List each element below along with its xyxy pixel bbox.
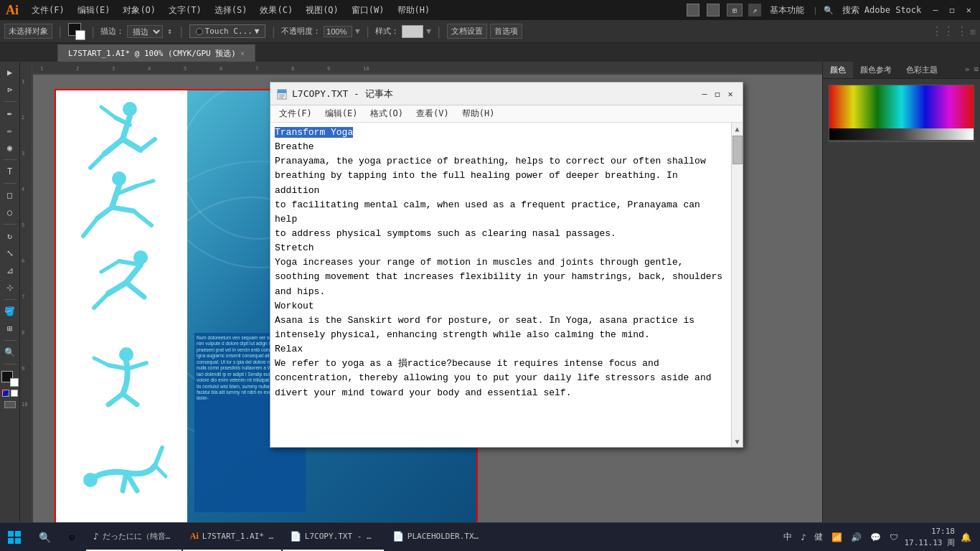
- color-mode-full[interactable]: [2, 390, 9, 397]
- notepad-menu-format[interactable]: 格式(O): [364, 106, 409, 121]
- tool-separator-2: [4, 159, 17, 160]
- taskbar-app-notepad2[interactable]: 📄 PLACEHOLDER.TX...: [385, 524, 486, 551]
- start-button[interactable]: [0, 523, 29, 552]
- panel-menu-btn[interactable]: ≡: [972, 62, 980, 78]
- health-icon[interactable]: 健: [811, 529, 826, 545]
- notepad-menu-file[interactable]: 文件(F): [273, 106, 318, 121]
- opacity-input[interactable]: [324, 26, 352, 37]
- color-spectrum[interactable]: [829, 85, 974, 142]
- taskbar-app-music[interactable]: ♪ だったにに（纯音...: [86, 524, 182, 551]
- notepad-maximize-btn[interactable]: ◻: [711, 88, 724, 100]
- scale-tool[interactable]: ⤡: [2, 245, 18, 261]
- direct-select-tool[interactable]: ⊳: [2, 82, 18, 98]
- panel-menu-icon[interactable]: ≡: [970, 26, 976, 37]
- pen-tool[interactable]: ✒: [2, 105, 18, 121]
- search-stock-label[interactable]: 搜索 Adobe Stock: [839, 3, 925, 18]
- panel-expand-btn[interactable]: »: [962, 62, 973, 78]
- menu-text[interactable]: 文字(T): [163, 3, 207, 18]
- notepad-scrollbar[interactable]: ▲ ▼: [731, 123, 743, 447]
- menu-help[interactable]: 帮助(H): [392, 3, 436, 18]
- app-menubar: Ai 文件(F) 编辑(E) 对象(O) 文字(T) 选择(S) 效果(C) 视…: [0, 0, 980, 20]
- music-sys-icon[interactable]: ♪: [798, 531, 809, 544]
- type-tool[interactable]: T: [2, 164, 18, 179]
- notepad-content[interactable]: Transform Yoga Breathe Pranayama, the yo…: [270, 123, 731, 447]
- pencil-tool[interactable]: ✏: [2, 123, 18, 138]
- ime-icon[interactable]: 中: [781, 529, 795, 545]
- menu-edit[interactable]: 编辑(E): [72, 3, 116, 18]
- colors-panel-content: [823, 79, 980, 524]
- stroke-dropdown[interactable]: 描边: [127, 25, 163, 38]
- menu-file[interactable]: 文件(F): [26, 3, 70, 18]
- notepad-menubar: 文件(F) 编辑(E) 格式(O) 查看(V) 帮助(H): [270, 105, 743, 123]
- notepad-title: L7COPY.TXT - 记事本: [292, 88, 698, 100]
- network-icon[interactable]: 📶: [829, 531, 845, 544]
- doc-tab-active[interactable]: L7START_1.AI* @ 100% (CMYK/GPU 预选) ×: [57, 44, 255, 62]
- color-mode-none[interactable]: [11, 390, 18, 397]
- menu-effect[interactable]: 效果(C): [254, 3, 298, 18]
- shear-tool[interactable]: ⊿: [2, 263, 18, 278]
- taskbar-app-illustrator[interactable]: Ai L7START_1.AI* @...: [183, 524, 281, 551]
- scrollbar-thumb[interactable]: [732, 136, 743, 164]
- menu-window[interactable]: 窗口(W): [346, 3, 390, 18]
- blob-tool[interactable]: ◉: [2, 140, 18, 156]
- stroke-box-left[interactable]: [10, 378, 19, 387]
- menu-select[interactable]: 选择(S): [209, 3, 253, 18]
- preferences-btn[interactable]: 首选项: [490, 24, 522, 39]
- restore-app[interactable]: ◻: [947, 4, 958, 17]
- minimize-app[interactable]: —: [930, 4, 941, 17]
- reshape-tool[interactable]: ⊹: [2, 280, 18, 296]
- workspace-btn[interactable]: 基本功能: [767, 3, 807, 18]
- notepad-menu-edit[interactable]: 编辑(E): [319, 106, 364, 121]
- right-panel: 颜色 颜色参考 色彩主题 » ≡: [822, 62, 980, 524]
- spectrum-bar[interactable]: [829, 85, 974, 128]
- ellipse-tool[interactable]: ○: [2, 204, 18, 220]
- volume-icon[interactable]: 🔊: [848, 531, 864, 544]
- scrollbar-track[interactable]: [732, 166, 743, 435]
- tab-color-reference[interactable]: 颜色参考: [853, 62, 899, 78]
- brightness-bar[interactable]: [829, 128, 974, 140]
- scrollbar-up-btn[interactable]: ▲: [732, 123, 743, 134]
- touch-dropdown[interactable]: Touch C... ▼: [189, 24, 266, 38]
- screen-mode-icon[interactable]: [4, 401, 16, 408]
- doc-tab-close[interactable]: ×: [240, 50, 245, 57]
- notepad-menu-help[interactable]: 帮助(H): [456, 106, 501, 121]
- notepad-window[interactable]: L7COPY.TXT - 记事本 — ◻ ✕ 文件(F) 编辑(E) 格式(O)…: [270, 82, 743, 448]
- grid-icon[interactable]: ⊞: [727, 4, 743, 17]
- notification-icon[interactable]: 🔔: [958, 531, 974, 544]
- rectangle-tool[interactable]: □: [2, 187, 18, 203]
- rotate-tool[interactable]: ↻: [2, 228, 18, 244]
- paintbucket-tool[interactable]: 🪣: [2, 303, 18, 319]
- menu-view[interactable]: 视图(Q): [300, 3, 344, 18]
- tab-color-theme[interactable]: 色彩主题: [899, 62, 945, 78]
- mesh-tool[interactable]: ⊞: [2, 321, 18, 336]
- svg-line-26: [123, 139, 141, 150]
- taskbar-cortana-btn[interactable]: ⊙: [59, 523, 85, 552]
- taskbar-clock[interactable]: 17:18 17.11.13 周: [904, 526, 955, 548]
- scrollbar-down-btn[interactable]: ▼: [732, 435, 743, 447]
- ruler-vertical: 1 2 3 4 5 6 7 8 9 10: [20, 62, 33, 524]
- zoom-tool[interactable]: 🔍: [2, 344, 18, 360]
- style-swatch[interactable]: [402, 25, 423, 38]
- fill-color-group[interactable]: [68, 23, 85, 40]
- arrange-icon[interactable]: ↗: [748, 4, 761, 17]
- document-settings-btn[interactable]: 文档设置: [447, 24, 487, 39]
- tab-colors[interactable]: 颜色: [823, 62, 853, 78]
- chat-icon[interactable]: 💬: [867, 531, 884, 544]
- color-boxes[interactable]: [1, 371, 19, 387]
- select-tool[interactable]: ▶: [2, 65, 18, 80]
- panel-toggle-icon[interactable]: ⋮⋮: [931, 24, 954, 38]
- taskbar-search-btn[interactable]: 🔍: [32, 523, 57, 552]
- search-icon: 🔍: [824, 6, 834, 15]
- menu-object[interactable]: 对象(O): [117, 3, 161, 18]
- notepad-menu-view[interactable]: 查看(V): [410, 106, 455, 121]
- antivirus-icon[interactable]: 🛡: [887, 531, 901, 544]
- notepad-titlebar: L7COPY.TXT - 记事本 — ◻ ✕: [270, 83, 743, 105]
- stroke-color-box[interactable]: [75, 30, 85, 40]
- notepad-line-14: We refer to yoga as a 損ractice?because i…: [275, 358, 659, 369]
- taskbar-app-notepad1[interactable]: 📄 L7COPY.TXT - 记...: [283, 524, 384, 551]
- panel-icon-2[interactable]: ⋮: [956, 24, 968, 38]
- canvas-area[interactable]: 1 2 3 4 5 6 7 8 9 10 1 2 3 4 5 6 7: [20, 62, 822, 524]
- notepad-minimize-btn[interactable]: —: [698, 88, 711, 100]
- close-app[interactable]: ✕: [963, 4, 974, 17]
- notepad-close-btn[interactable]: ✕: [724, 88, 737, 100]
